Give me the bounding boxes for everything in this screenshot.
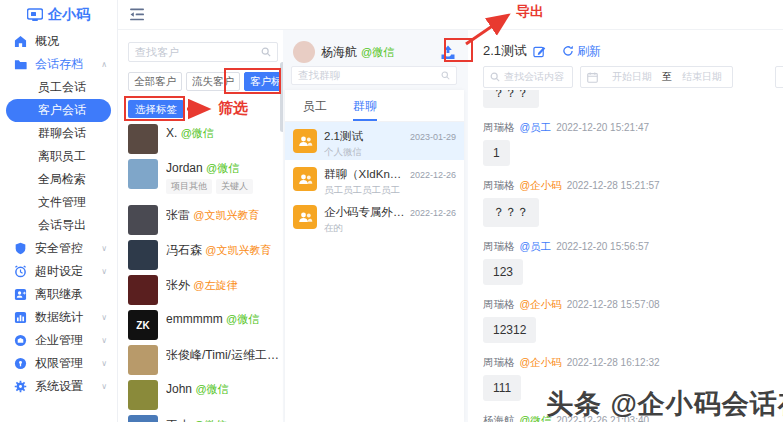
message-time: 2022-12-28 15:57:08 (567, 299, 660, 310)
message-sender: 周瑞格 (483, 240, 515, 254)
customer-row[interactable]: X. @微信 (128, 124, 280, 159)
export-button[interactable] (438, 43, 458, 61)
menu-fold-icon[interactable] (130, 8, 145, 21)
message-bubble: ？？？ (483, 90, 539, 108)
calendar-icon (587, 72, 598, 83)
avatar: ZK (128, 310, 158, 340)
avatar (128, 240, 158, 270)
customer-row[interactable]: 张外 @左旋律 (128, 275, 280, 310)
sidebar-item-overview[interactable]: 概况 (0, 30, 117, 53)
logo-icon (27, 8, 43, 22)
edit-icon[interactable] (533, 45, 546, 58)
customer-row[interactable]: 张俊峰/Timi/运维工程师 @智... (128, 345, 280, 380)
sidebar-item-label: 超时设定 (35, 263, 83, 280)
customer-row[interactable]: ZK emmmmm @微信 (128, 310, 280, 345)
customer-tag: @微信 (181, 127, 214, 139)
sidebar-item-label: 会话存档 (35, 56, 83, 73)
session-tabs: 员工 群聊 (285, 90, 464, 122)
date-range-input[interactable]: 开始日期 至 结束日期 (580, 66, 733, 88)
group-name: 2.1测试 (324, 129, 406, 144)
customer-name: 张雷 (166, 208, 190, 222)
message-bubble: 1 (483, 140, 510, 166)
chevron-down-icon: ∨ (101, 313, 107, 322)
group-row[interactable]: 2.1测试2023-01-29 个人微信 (285, 122, 464, 160)
customer-row[interactable]: 王小 @微信 (128, 415, 280, 422)
message: 杨海航@微信2022-12-26 21:03:40 1 (483, 414, 783, 422)
message-sender-tag: @企小码 (520, 298, 562, 312)
logo[interactable]: 企小码 (0, 0, 117, 30)
customer-tag: @左旋律 (193, 279, 237, 291)
customer-row[interactable]: 张雷 @文凯兴教育 (128, 205, 280, 240)
tab-groups[interactable]: 群聊 (353, 98, 377, 121)
date-to-label: 至 (662, 70, 672, 84)
customer-name: 冯石森 (166, 243, 202, 257)
avatar (128, 275, 158, 305)
group-avatar-icon (293, 167, 317, 191)
sidebar-item-label: 客户会话 (38, 103, 86, 117)
customer-name: X. (166, 126, 177, 140)
customer-row[interactable]: John @微信 (128, 380, 280, 415)
chat-filters: 查找会话内容 开始日期 至 结束日期 (483, 66, 783, 88)
sidebar-item-resign-inherit[interactable]: 离职继承 (0, 283, 117, 306)
customer-name: 张俊峰/Timi/运维工程师 (166, 348, 280, 362)
message: ？？？ (483, 90, 783, 108)
select-label-button[interactable]: 选择标签 (128, 100, 184, 118)
sidebar-item-archive[interactable]: 会话存档 ∧ (0, 53, 117, 76)
export-icon (440, 45, 456, 60)
sidebar-item-employee-chat[interactable]: 员工会话 (0, 76, 117, 99)
customer-row[interactable]: Jordan @微信 项目其他关键人 (128, 159, 280, 205)
message: 周瑞格@企小码2022-12-28 16:12:32 111 (483, 356, 783, 401)
chat-search-input[interactable]: 查找会话内容 (483, 66, 573, 88)
sidebar-item-label: 概况 (35, 33, 59, 50)
sidebar-item-departed-staff[interactable]: 离职员工 (0, 145, 117, 168)
sidebar-item-label: 安全管控 (35, 240, 83, 257)
group-row[interactable]: 群聊（XIdKnA）2022-12-26 员工员工员工员工 (285, 160, 464, 198)
message-sender-tag: @微信 (520, 414, 552, 422)
folder-icon (14, 58, 27, 71)
sidebar-item-global-search[interactable]: 全局检索 (0, 168, 117, 191)
session-user-name: 杨海航 (321, 44, 357, 61)
avatar (293, 41, 315, 63)
refresh-button[interactable]: 刷新 (562, 43, 601, 60)
sidebar-item-chat-export[interactable]: 会话导出 (0, 214, 117, 237)
filter-input-partial[interactable] (775, 66, 783, 88)
customer-tag: @微信 (226, 313, 259, 325)
sidebar-item-permissions[interactable]: 权限管理 ∨ (0, 352, 117, 375)
search-icon (490, 72, 500, 82)
customer-tag: @微信 (206, 162, 239, 174)
group-row[interactable]: 企小码专属外部测试群22022-12-26 在的 (285, 198, 464, 236)
sidebar-item-timeout[interactable]: 超时设定 ∨ (0, 260, 117, 283)
session-panel: 杨海航 @微信 查找群聊 员工 群聊 2.1测试2023-01-29 个人微信 (283, 30, 468, 422)
message-sender: 周瑞格 (483, 356, 515, 370)
search-placeholder: 查找会话内容 (504, 70, 564, 84)
sidebar-item-label: 会话导出 (38, 218, 86, 232)
topbar (118, 0, 783, 30)
customer-search-input[interactable]: 查找客户 (128, 42, 278, 62)
sidebar-item-enterprise[interactable]: 企业管理 ∨ (0, 329, 117, 352)
message-time: 2022-12-20 15:56:57 (556, 241, 649, 252)
message-time: 2022-12-28 16:12:32 (567, 357, 660, 368)
clock-icon (14, 265, 27, 278)
message-sender: 杨海航 (483, 414, 515, 422)
customer-row[interactable]: 冯石森 @文凯兴教育 (128, 240, 280, 275)
sidebar-item-security[interactable]: 安全管控 ∨ (0, 237, 117, 260)
sidebar-item-label: 数据统计 (35, 309, 83, 326)
gear-icon (14, 380, 27, 393)
sidebar-item-file-manage[interactable]: 文件管理 (0, 191, 117, 214)
sidebar-item-group-chat[interactable]: 群聊会话 (0, 122, 117, 145)
tab-all-customers[interactable]: 全部客户 (128, 72, 182, 91)
tab-employees[interactable]: 员工 (303, 98, 327, 121)
sidebar-item-settings[interactable]: 系统设置 ∨ (0, 375, 117, 398)
sidebar-item-label: 文件管理 (38, 195, 86, 209)
search-icon (441, 71, 450, 80)
lock-icon (14, 357, 27, 370)
sidebar-item-customer-chat[interactable]: 客户会话 (6, 99, 111, 122)
group-last-message: 员工员工员工员工 (324, 184, 456, 197)
message-time: 2022-12-26 21:03:40 (556, 415, 649, 422)
sidebar-item-label: 离职继承 (35, 286, 83, 303)
tab-lost-customers[interactable]: 流失客户 (186, 72, 240, 91)
group-search-input[interactable]: 查找群聊 (291, 66, 457, 85)
sidebar-item-statistics[interactable]: 数据统计 ∨ (0, 306, 117, 329)
message-sender: 周瑞格 (483, 179, 515, 193)
message-bubble: ？？？ (483, 198, 539, 227)
